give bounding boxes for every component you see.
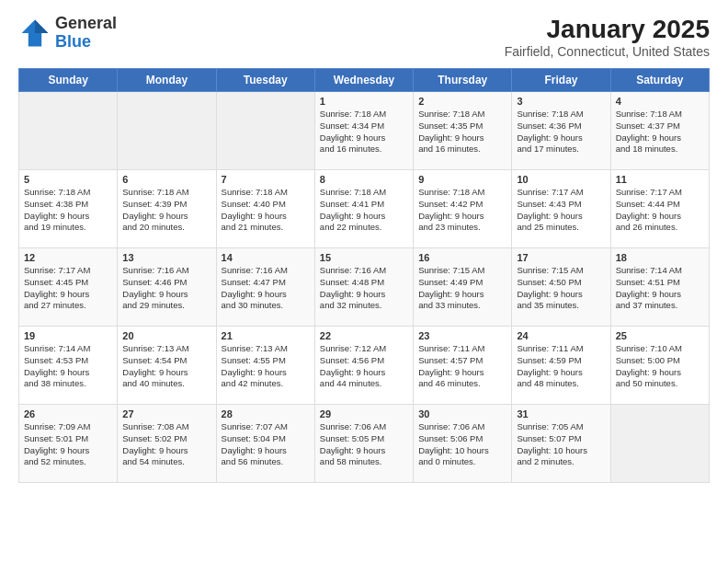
calendar-cell	[610, 405, 709, 483]
day-info: Sunrise: 7:13 AM Sunset: 4:54 PM Dayligh…	[122, 343, 210, 390]
day-info: Sunrise: 7:18 AM Sunset: 4:34 PM Dayligh…	[320, 109, 408, 155]
day-info: Sunrise: 7:17 AM Sunset: 4:44 PM Dayligh…	[616, 187, 704, 234]
day-of-week-header: Tuesday	[216, 69, 314, 92]
day-info: Sunrise: 7:13 AM Sunset: 4:55 PM Dayligh…	[222, 343, 310, 390]
calendar-cell	[19, 92, 118, 170]
day-number: 20	[122, 330, 210, 341]
day-info: Sunrise: 7:18 AM Sunset: 4:37 PM Dayligh…	[616, 109, 704, 155]
svg-marker-1	[35, 19, 48, 32]
day-of-week-header: Sunday	[19, 69, 118, 92]
day-number: 15	[320, 252, 408, 263]
calendar-cell: 19Sunrise: 7:14 AM Sunset: 4:53 PM Dayli…	[19, 327, 118, 405]
day-info: Sunrise: 7:18 AM Sunset: 4:42 PM Dayligh…	[418, 187, 506, 234]
calendar-cell: 30Sunrise: 7:06 AM Sunset: 5:06 PM Dayli…	[414, 405, 512, 483]
day-info: Sunrise: 7:10 AM Sunset: 5:00 PM Dayligh…	[616, 343, 704, 390]
calendar-week-row: 1Sunrise: 7:18 AM Sunset: 4:34 PM Daylig…	[19, 92, 710, 170]
day-number: 10	[517, 174, 605, 185]
calendar-cell: 14Sunrise: 7:16 AM Sunset: 4:47 PM Dayli…	[216, 248, 314, 327]
day-number: 28	[222, 408, 310, 419]
calendar-cell: 8Sunrise: 7:18 AM Sunset: 4:41 PM Daylig…	[314, 170, 413, 248]
logo-text: General Blue	[55, 15, 117, 52]
day-of-week-header: Thursday	[414, 69, 512, 92]
day-info: Sunrise: 7:07 AM Sunset: 5:04 PM Dayligh…	[222, 421, 310, 468]
day-number: 3	[517, 96, 605, 107]
calendar-cell: 27Sunrise: 7:08 AM Sunset: 5:02 PM Dayli…	[118, 405, 216, 483]
calendar-table: SundayMondayTuesdayWednesdayThursdayFrid…	[18, 68, 710, 483]
day-info: Sunrise: 7:05 AM Sunset: 5:07 PM Dayligh…	[517, 421, 605, 468]
calendar-cell: 22Sunrise: 7:12 AM Sunset: 4:56 PM Dayli…	[314, 327, 413, 405]
day-info: Sunrise: 7:15 AM Sunset: 4:49 PM Dayligh…	[418, 265, 506, 312]
day-number: 4	[616, 96, 704, 107]
day-info: Sunrise: 7:06 AM Sunset: 5:06 PM Dayligh…	[418, 421, 506, 468]
day-info: Sunrise: 7:17 AM Sunset: 4:43 PM Dayligh…	[517, 187, 605, 234]
day-of-week-header: Saturday	[610, 69, 709, 92]
day-number: 14	[222, 252, 310, 263]
day-info: Sunrise: 7:18 AM Sunset: 4:40 PM Dayligh…	[222, 187, 310, 234]
day-number: 25	[616, 330, 704, 341]
day-info: Sunrise: 7:11 AM Sunset: 4:59 PM Dayligh…	[517, 343, 605, 390]
day-number: 19	[24, 330, 112, 341]
calendar-cell: 18Sunrise: 7:14 AM Sunset: 4:51 PM Dayli…	[610, 248, 709, 327]
logo: General Blue	[18, 15, 117, 52]
day-of-week-header: Monday	[118, 69, 216, 92]
calendar-cell: 20Sunrise: 7:13 AM Sunset: 4:54 PM Dayli…	[118, 327, 216, 405]
day-info: Sunrise: 7:18 AM Sunset: 4:36 PM Dayligh…	[517, 109, 605, 155]
day-number: 8	[320, 174, 408, 185]
day-number: 16	[418, 252, 506, 263]
day-number: 24	[517, 330, 605, 341]
day-number: 26	[24, 408, 112, 419]
day-number: 30	[418, 408, 506, 419]
calendar-cell: 13Sunrise: 7:16 AM Sunset: 4:46 PM Dayli…	[118, 248, 216, 327]
calendar-cell: 1Sunrise: 7:18 AM Sunset: 4:34 PM Daylig…	[314, 92, 413, 170]
calendar-week-row: 19Sunrise: 7:14 AM Sunset: 4:53 PM Dayli…	[19, 327, 710, 405]
day-number: 18	[616, 252, 704, 263]
day-info: Sunrise: 7:08 AM Sunset: 5:02 PM Dayligh…	[122, 421, 210, 468]
day-number: 6	[122, 174, 210, 185]
day-number: 17	[517, 252, 605, 263]
day-number: 5	[24, 174, 112, 185]
day-info: Sunrise: 7:09 AM Sunset: 5:01 PM Dayligh…	[24, 421, 112, 468]
calendar-cell: 25Sunrise: 7:10 AM Sunset: 5:00 PM Dayli…	[610, 327, 709, 405]
calendar-cell: 29Sunrise: 7:06 AM Sunset: 5:05 PM Dayli…	[314, 405, 413, 483]
day-number: 29	[320, 408, 408, 419]
day-info: Sunrise: 7:18 AM Sunset: 4:39 PM Dayligh…	[122, 187, 210, 234]
day-info: Sunrise: 7:16 AM Sunset: 4:48 PM Dayligh…	[320, 265, 408, 312]
day-info: Sunrise: 7:14 AM Sunset: 4:53 PM Dayligh…	[24, 343, 112, 390]
calendar-cell: 16Sunrise: 7:15 AM Sunset: 4:49 PM Dayli…	[414, 248, 512, 327]
logo-blue-text: Blue	[55, 33, 117, 52]
day-number: 21	[222, 330, 310, 341]
calendar-cell: 21Sunrise: 7:13 AM Sunset: 4:55 PM Dayli…	[216, 327, 314, 405]
day-info: Sunrise: 7:18 AM Sunset: 4:38 PM Dayligh…	[24, 187, 112, 234]
title-block: January 2025 Fairfield, Connecticut, Uni…	[505, 15, 710, 59]
day-number: 27	[122, 408, 210, 419]
calendar-cell: 9Sunrise: 7:18 AM Sunset: 4:42 PM Daylig…	[414, 170, 512, 248]
calendar-cell: 24Sunrise: 7:11 AM Sunset: 4:59 PM Dayli…	[512, 327, 610, 405]
day-info: Sunrise: 7:11 AM Sunset: 4:57 PM Dayligh…	[418, 343, 506, 390]
day-number: 13	[122, 252, 210, 263]
calendar-week-row: 5Sunrise: 7:18 AM Sunset: 4:38 PM Daylig…	[19, 170, 710, 248]
day-number: 2	[418, 96, 506, 107]
calendar-cell: 7Sunrise: 7:18 AM Sunset: 4:40 PM Daylig…	[216, 170, 314, 248]
calendar-body: 1Sunrise: 7:18 AM Sunset: 4:34 PM Daylig…	[19, 92, 710, 483]
day-info: Sunrise: 7:16 AM Sunset: 4:46 PM Dayligh…	[122, 265, 210, 312]
calendar-cell: 5Sunrise: 7:18 AM Sunset: 4:38 PM Daylig…	[19, 170, 118, 248]
page: General Blue January 2025 Fairfield, Con…	[0, 0, 728, 492]
day-info: Sunrise: 7:18 AM Sunset: 4:41 PM Dayligh…	[320, 187, 408, 234]
calendar-cell: 11Sunrise: 7:17 AM Sunset: 4:44 PM Dayli…	[610, 170, 709, 248]
calendar-cell: 3Sunrise: 7:18 AM Sunset: 4:36 PM Daylig…	[512, 92, 610, 170]
calendar-cell: 23Sunrise: 7:11 AM Sunset: 4:57 PM Dayli…	[414, 327, 512, 405]
page-subtitle: Fairfield, Connecticut, United States	[505, 44, 710, 59]
day-number: 23	[418, 330, 506, 341]
day-number: 11	[616, 174, 704, 185]
day-info: Sunrise: 7:14 AM Sunset: 4:51 PM Dayligh…	[616, 265, 704, 312]
day-info: Sunrise: 7:12 AM Sunset: 4:56 PM Dayligh…	[320, 343, 408, 390]
day-number: 7	[222, 174, 310, 185]
calendar-cell: 2Sunrise: 7:18 AM Sunset: 4:35 PM Daylig…	[414, 92, 512, 170]
calendar-cell: 10Sunrise: 7:17 AM Sunset: 4:43 PM Dayli…	[512, 170, 610, 248]
day-number: 9	[418, 174, 506, 185]
calendar-header: SundayMondayTuesdayWednesdayThursdayFrid…	[19, 69, 710, 92]
page-title: January 2025	[505, 15, 710, 44]
calendar-cell: 12Sunrise: 7:17 AM Sunset: 4:45 PM Dayli…	[19, 248, 118, 327]
calendar-week-row: 26Sunrise: 7:09 AM Sunset: 5:01 PM Dayli…	[19, 405, 710, 483]
day-number: 12	[24, 252, 112, 263]
